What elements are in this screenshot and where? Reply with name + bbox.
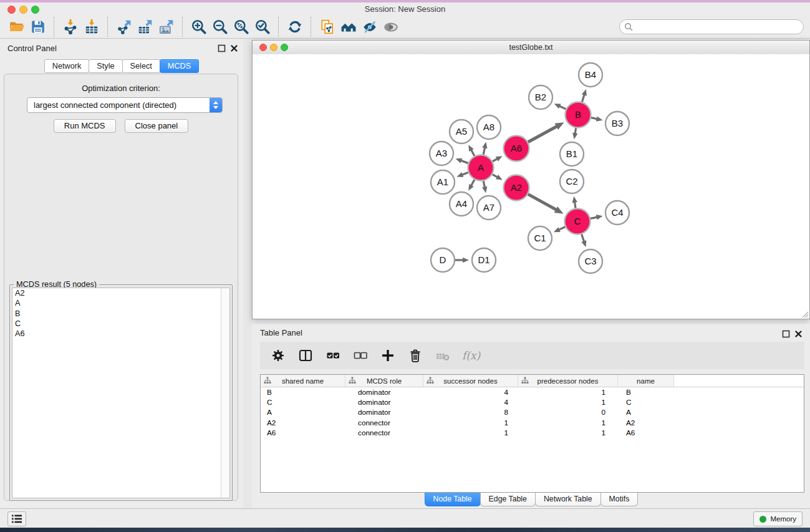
graph-node-B1[interactable]: B1	[560, 142, 584, 166]
float-panel-icon[interactable]	[218, 44, 226, 52]
graph-node-A4[interactable]: A4	[450, 192, 473, 216]
tab-style[interactable]: Style	[89, 59, 122, 73]
graph-node-A1[interactable]: A1	[431, 170, 455, 194]
column-header-name[interactable]: name	[618, 375, 674, 387]
column-header-MCDS-role[interactable]: MCDS role	[345, 375, 423, 387]
column-header-shared-name[interactable]: shared name	[261, 375, 345, 387]
float-panel-icon[interactable]	[782, 330, 790, 338]
select-all-columns-button[interactable]	[324, 346, 342, 365]
import-table-button[interactable]	[81, 17, 102, 37]
mcds-result-item[interactable]: A6	[12, 329, 229, 339]
graph-node-A7[interactable]: A7	[477, 196, 501, 220]
network-window-titlebar[interactable]: testGlobe.txt	[253, 41, 809, 55]
tab-node-table[interactable]: Node Table	[425, 493, 481, 506]
graph-node-A[interactable]: A	[468, 155, 494, 181]
delete-table-button[interactable]	[433, 346, 452, 365]
zoom-selected-button[interactable]	[252, 17, 273, 37]
tab-network-table[interactable]: Network Table	[535, 493, 601, 506]
edge-B-B2[interactable]	[554, 104, 566, 109]
export-image-button[interactable]	[156, 17, 177, 37]
edge-A-A8[interactable]	[482, 142, 487, 155]
panel-splitter[interactable]	[243, 39, 252, 508]
edge-A-A1[interactable]	[456, 172, 468, 177]
table-row[interactable]: Cdominator41C	[261, 397, 804, 407]
zoom-out-button[interactable]	[210, 17, 231, 37]
graph-node-C4[interactable]: C4	[605, 201, 629, 225]
export-table-button[interactable]	[135, 17, 156, 37]
hide-graphics-details-button[interactable]	[359, 17, 380, 37]
table-row[interactable]: Bdominator41B	[261, 387, 804, 397]
save-session-button[interactable]	[27, 17, 49, 37]
graph-node-B[interactable]: B	[566, 102, 591, 128]
open-session-button[interactable]	[6, 17, 27, 37]
edge-B-B4[interactable]	[582, 89, 587, 102]
add-column-button[interactable]	[378, 346, 397, 365]
edge-A2-C[interactable]	[528, 194, 564, 213]
edge-A-A6[interactable]	[493, 156, 503, 162]
graph-node-D1[interactable]: D1	[472, 248, 496, 272]
graph-node-C1[interactable]: C1	[528, 226, 552, 250]
deselect-all-columns-button[interactable]	[351, 346, 370, 365]
table-row[interactable]: A6connector11A6	[261, 428, 804, 438]
memory-button[interactable]: Memory	[753, 511, 803, 526]
close-panel-icon[interactable]	[794, 330, 803, 338]
edge-B-B3[interactable]	[591, 116, 603, 121]
graph-node-A8[interactable]: A8	[477, 115, 501, 139]
edge-C-C3[interactable]	[581, 234, 586, 247]
delete-columns-button[interactable]	[406, 346, 425, 365]
tab-motifs[interactable]: Motifs	[600, 493, 639, 506]
export-network-button[interactable]	[113, 17, 135, 37]
table-settings-button[interactable]	[269, 346, 287, 365]
edge-B-B1[interactable]	[572, 128, 577, 139]
split-view-button[interactable]	[296, 346, 315, 365]
graph-node-B3[interactable]: B3	[605, 112, 629, 135]
tab-select[interactable]: Select	[122, 59, 160, 73]
column-header-successor-nodes[interactable]: successor nodes	[423, 375, 518, 387]
graph-node-C[interactable]: C	[565, 209, 591, 235]
graph-node-D[interactable]: D	[431, 248, 455, 272]
reset-layout-button[interactable]	[338, 17, 359, 37]
network-canvas[interactable]: B4B2BB3A8A5A6A3B1AC2A1A2A4A7C4CC1DD1C3	[253, 54, 809, 319]
run-mcds-button[interactable]: Run MCDS	[54, 119, 116, 133]
edge-A-A7[interactable]	[482, 181, 487, 193]
graph-node-A2[interactable]: A2	[504, 175, 529, 201]
mcds-result-item[interactable]: A	[12, 298, 229, 308]
mcds-result-list[interactable]: A2ABCA6	[12, 288, 230, 498]
edge-A-A4[interactable]	[468, 180, 475, 191]
graph-node-C3[interactable]: C3	[579, 249, 602, 273]
task-history-button[interactable]	[7, 511, 26, 526]
column-header-predecessor-nodes[interactable]: predecessor nodes	[518, 375, 618, 387]
show-graphics-details-button[interactable]	[380, 17, 402, 37]
zoom-in-button[interactable]	[188, 17, 210, 37]
search-input[interactable]	[636, 22, 803, 32]
tab-mcds[interactable]: MCDS	[160, 59, 199, 73]
result-scrollbar[interactable]	[221, 288, 229, 498]
edge-A6-B[interactable]	[528, 122, 564, 142]
graph-node-A5[interactable]: A5	[450, 120, 473, 143]
edge-A-A3[interactable]	[456, 158, 468, 163]
mcds-result-item[interactable]: B	[12, 309, 229, 319]
edge-C-C2[interactable]	[572, 196, 577, 208]
function-builder-button[interactable]: f(x)	[461, 349, 480, 362]
graph-node-C2[interactable]: C2	[560, 170, 584, 193]
table-row[interactable]: Adominator80A	[261, 407, 804, 417]
table-row[interactable]: A2connector11A2	[261, 418, 804, 428]
tab-edge-table[interactable]: Edge Table	[480, 493, 536, 506]
close-panel-icon[interactable]	[230, 44, 238, 52]
refresh-view-button[interactable]	[284, 17, 306, 37]
mcds-result-item[interactable]: A2	[12, 288, 229, 298]
graph-node-A3[interactable]: A3	[430, 142, 453, 165]
edge-C-C4[interactable]	[591, 215, 603, 220]
edge-A-A5[interactable]	[468, 145, 475, 156]
resize-grip[interactable]	[800, 309, 809, 318]
graph-node-B2[interactable]: B2	[529, 85, 552, 109]
close-panel-button[interactable]: Close panel	[125, 119, 189, 133]
criterion-dropdown[interactable]: largest connected component (directed)	[27, 97, 223, 113]
fit-content-button[interactable]	[231, 17, 252, 37]
import-network-button[interactable]	[60, 17, 81, 37]
graph-node-A6[interactable]: A6	[504, 136, 529, 162]
graph-node-B4[interactable]: B4	[579, 63, 602, 87]
open-recent-session-button[interactable]	[317, 17, 338, 37]
tab-network[interactable]: Network	[44, 59, 90, 73]
edge-A-A2[interactable]	[493, 175, 503, 180]
